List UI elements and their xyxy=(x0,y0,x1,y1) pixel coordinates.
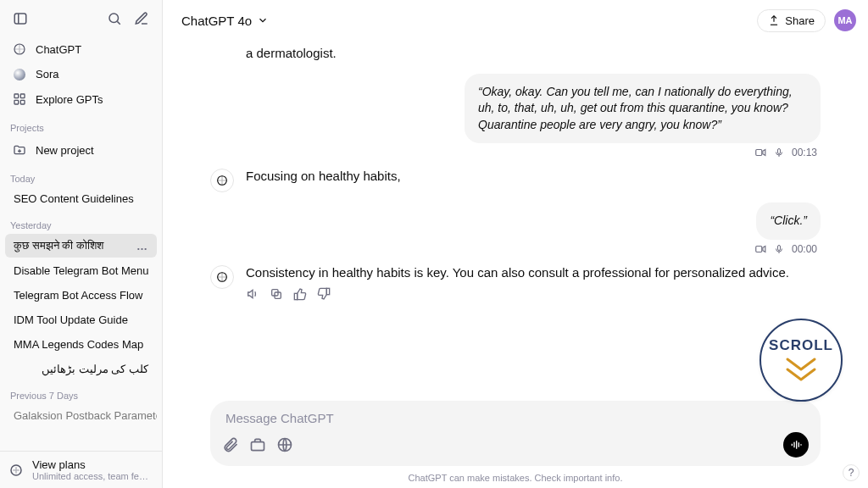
help-button[interactable]: ? xyxy=(843,464,860,481)
main: ChatGPT 4o Share MA a dermatologist. xyxy=(163,0,868,488)
toolbox-icon xyxy=(249,436,266,453)
mic-icon xyxy=(773,243,785,255)
assistant-message: Consistency in healthy habits is key. Yo… xyxy=(246,263,821,283)
search-button[interactable] xyxy=(103,7,126,30)
message-input[interactable]: Message ChatGPT xyxy=(222,409,809,427)
sparkle-icon xyxy=(8,463,24,478)
assistant-avatar xyxy=(210,265,234,289)
model-name: ChatGPT 4o xyxy=(181,14,252,28)
video-icon xyxy=(754,243,766,255)
assistant-message: Focusing on healthy habits, xyxy=(246,167,821,192)
svg-rect-0 xyxy=(14,14,26,24)
scroll-indicator[interactable]: SCROLL xyxy=(760,319,843,402)
history-item[interactable]: SEO Content Guidelines xyxy=(5,187,157,210)
history-title: कुछ समझने की कोशिश xyxy=(14,239,103,252)
projects-label: Projects xyxy=(0,114,162,135)
svg-rect-14 xyxy=(777,149,780,154)
attach-button[interactable] xyxy=(222,436,239,453)
sidebar-top xyxy=(0,0,162,34)
composer-area: Message ChatGPT xyxy=(163,394,868,469)
search-icon xyxy=(107,11,122,26)
folder-plus-icon xyxy=(12,143,27,157)
history-title: کلب کی مرلیت بڑھائیں xyxy=(42,363,148,375)
user-message: “Okay, okay. Can you tell me, can I nati… xyxy=(465,74,821,144)
assistant-message: a dermatologist. xyxy=(246,44,821,64)
new-chat-button[interactable] xyxy=(130,7,153,30)
thumbs-down-icon xyxy=(317,287,331,301)
assistant-avatar xyxy=(210,169,234,192)
svg-rect-7 xyxy=(14,100,19,104)
svg-rect-26 xyxy=(252,442,264,451)
video-icon xyxy=(754,147,766,158)
share-button[interactable]: Share xyxy=(757,9,826,32)
topbar: ChatGPT 4o Share MA xyxy=(163,0,868,41)
svg-rect-17 xyxy=(756,246,762,252)
history-title: Telegram Bot Access Flow xyxy=(14,289,142,302)
voice-mode-button[interactable] xyxy=(783,432,809,458)
history-title: MMA Legends Codes Map xyxy=(14,338,143,351)
svg-rect-24 xyxy=(294,294,297,300)
sidebar: ChatGPT Sora Explore GPTs Projects New p… xyxy=(0,0,163,488)
help-label: ? xyxy=(849,467,854,479)
yesterday-label: Yesterday xyxy=(0,212,162,232)
history-title: SEO Content Guidelines xyxy=(14,192,134,205)
svg-rect-19 xyxy=(777,245,780,250)
conversation[interactable]: a dermatologist. “Okay, okay. Can you te… xyxy=(163,41,868,394)
history-item[interactable]: कुछ समझने की कोशिश … xyxy=(5,234,157,258)
chatgpt-logo-icon xyxy=(215,270,229,284)
svg-point-2 xyxy=(109,14,119,23)
assistant-actions xyxy=(246,287,821,301)
user-avatar[interactable]: MA xyxy=(834,9,856,31)
thumbs-down-button[interactable] xyxy=(317,287,331,301)
history-item[interactable]: Galaksion Postback Parameters xyxy=(5,404,157,427)
edit-icon xyxy=(134,11,149,26)
model-switcher[interactable]: ChatGPT 4o xyxy=(175,8,275,33)
grid-icon xyxy=(12,92,27,106)
history-item[interactable]: کلب کی مرلیت بڑھائیں xyxy=(5,358,157,380)
history-title: Disable Telegram Bot Menu xyxy=(14,264,148,277)
collapse-sidebar-button[interactable] xyxy=(8,7,32,30)
chat-history: Today SEO Content Guidelines Yesterday क… xyxy=(0,165,162,451)
nav-explore-gpts[interactable]: Explore GPTs xyxy=(5,87,157,111)
nav-chatgpt[interactable]: ChatGPT xyxy=(5,37,157,61)
history-item[interactable]: MMA Legends Codes Map xyxy=(5,333,157,356)
nav-label: Explore GPTs xyxy=(36,93,103,106)
svg-marker-18 xyxy=(763,246,765,252)
panel-left-icon xyxy=(13,11,28,26)
sidebar-nav: ChatGPT Sora Explore GPTs xyxy=(0,34,162,114)
new-project-button[interactable]: New project xyxy=(5,138,157,162)
history-item[interactable]: Disable Telegram Bot Menu xyxy=(5,259,157,282)
nav-sora[interactable]: Sora xyxy=(5,63,157,86)
history-item[interactable]: IDM Tool Update Guide xyxy=(5,308,157,331)
history-title: IDM Tool Update Guide xyxy=(14,313,128,326)
copy-button[interactable] xyxy=(270,287,283,301)
web-button[interactable] xyxy=(276,436,293,453)
tools-button[interactable] xyxy=(249,436,266,453)
history-title: Galaksion Postback Parameters xyxy=(14,409,157,422)
view-plans-button[interactable]: View plans Unlimited access, team featur… xyxy=(0,451,162,488)
globe-icon xyxy=(276,436,293,453)
nav-label: ChatGPT xyxy=(36,43,81,56)
nav-label: Sora xyxy=(36,68,58,80)
disclaimer: ChatGPT can make mistakes. Check importa… xyxy=(163,469,868,488)
nav-label: New project xyxy=(36,144,94,157)
voice-clip-meta: 00:00 xyxy=(210,243,817,255)
read-aloud-button[interactable] xyxy=(246,287,259,301)
today-label: Today xyxy=(0,165,162,186)
voice-clip-meta: 00:13 xyxy=(210,147,817,158)
more-icon[interactable]: … xyxy=(136,240,148,252)
avatar-initials: MA xyxy=(837,15,852,25)
plan-subtitle: Unlimited access, team features, xyxy=(32,471,153,481)
svg-marker-13 xyxy=(763,150,765,156)
chevron-down-icon xyxy=(257,14,269,26)
plan-title: View plans xyxy=(32,458,153,471)
history-item[interactable]: Telegram Bot Access Flow xyxy=(5,284,157,307)
composer[interactable]: Message ChatGPT xyxy=(210,401,821,466)
thumbs-up-button[interactable] xyxy=(293,287,307,301)
paperclip-icon xyxy=(222,436,239,453)
user-message: “Click.” xyxy=(756,202,821,240)
mic-icon xyxy=(773,147,785,158)
chatgpt-logo-icon xyxy=(12,42,27,56)
waveform-icon xyxy=(789,438,803,452)
svg-rect-25 xyxy=(326,289,329,295)
